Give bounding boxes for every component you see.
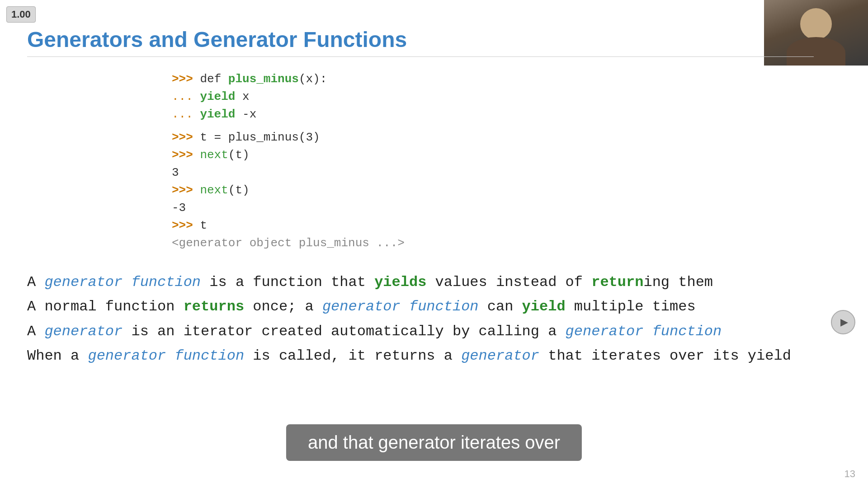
ellipsis-2: ... bbox=[172, 108, 193, 121]
code-line-8: -3 bbox=[172, 199, 841, 217]
code-line-6: 3 bbox=[172, 164, 841, 182]
exp4-suffix: that iterates over its yield bbox=[539, 347, 791, 364]
code-line-4: >>> t = plus_minus(3) bbox=[172, 129, 841, 146]
caption-bar: and that generator iterates over bbox=[286, 424, 582, 461]
prompt-1: >>> bbox=[172, 72, 193, 86]
slide-title: Generators and Generator Functions bbox=[27, 27, 841, 52]
code-line-2: ... yield x bbox=[172, 88, 841, 106]
exp3-prefix: A bbox=[27, 323, 44, 340]
exp1-mid1: is a function that bbox=[201, 274, 374, 291]
prompt-5: >>> bbox=[172, 148, 193, 162]
code-line-3: ... yield -x bbox=[172, 106, 841, 123]
exp3-gen-fn: generator function bbox=[566, 323, 722, 340]
exp2-gen-fn: generator function bbox=[322, 298, 479, 315]
code-line-5: >>> next(t) bbox=[172, 146, 841, 164]
exp4-gen: generator bbox=[461, 347, 539, 364]
t-var: t bbox=[193, 219, 207, 232]
exp3-mid1: is an iterator created automatically by … bbox=[123, 323, 565, 340]
t-assign: t = plus_minus(3) bbox=[193, 131, 320, 144]
exp2-yield: yield bbox=[522, 298, 566, 315]
exp4-prefix: When a bbox=[27, 347, 88, 364]
prompt-4: >>> bbox=[172, 131, 193, 144]
explanation-line-1: A generator function is a function that … bbox=[27, 270, 841, 295]
exp3-gen: generator bbox=[44, 323, 123, 340]
result-neg3: -3 bbox=[172, 201, 186, 215]
exp4-mid1: is called, it returns a bbox=[244, 347, 461, 364]
exp1-yields: yields bbox=[374, 274, 426, 291]
exp2-suffix: multiple times bbox=[566, 298, 696, 315]
generator-obj: <generator object plus_minus ...> bbox=[172, 236, 405, 250]
result-3: 3 bbox=[172, 166, 179, 179]
exp1-mid2: values instead of bbox=[426, 274, 591, 291]
next-2: next bbox=[193, 183, 228, 197]
exp1-gen-fn: generator function bbox=[44, 274, 201, 291]
next-2-args: (t) bbox=[228, 183, 250, 197]
fn-args: (x): bbox=[299, 72, 327, 86]
explanations: A generator function is a function that … bbox=[27, 270, 841, 369]
yield-negx: -x bbox=[235, 108, 256, 121]
yield-1: yield bbox=[193, 90, 236, 103]
title-divider bbox=[27, 56, 814, 57]
exp1-return: return bbox=[591, 274, 643, 291]
exp2-mid2: can bbox=[479, 298, 522, 315]
yield-x: x bbox=[235, 90, 249, 103]
next-1: next bbox=[193, 148, 228, 162]
fn-name: plus_minus bbox=[228, 72, 299, 86]
code-line-1: >>> def plus_minus(x): bbox=[172, 70, 841, 88]
exp2-prefix: A normal function bbox=[27, 298, 184, 315]
slide-content: Generators and Generator Functions >>> d… bbox=[0, 0, 868, 488]
code-line-10: <generator object plus_minus ...> bbox=[172, 235, 841, 252]
exp2-returns: returns bbox=[184, 298, 244, 315]
exp2-mid1: once; a bbox=[244, 298, 322, 315]
code-line-7: >>> next(t) bbox=[172, 182, 841, 199]
prompt-7: >>> bbox=[172, 183, 193, 197]
exp1-suffix: ing them bbox=[643, 274, 713, 291]
ellipsis-1: ... bbox=[172, 90, 193, 103]
exp4-gen-fn: generator function bbox=[88, 347, 244, 364]
code-block: >>> def plus_minus(x): ... yield x ... y… bbox=[172, 70, 841, 252]
kw-def: def bbox=[200, 72, 228, 86]
yield-2: yield bbox=[193, 108, 236, 121]
explanation-line-2: A normal function returns once; a genera… bbox=[27, 295, 841, 319]
explanation-line-3: A generator is an iterator created autom… bbox=[27, 319, 841, 344]
explanation-line-4: When a generator function is called, it … bbox=[27, 344, 841, 368]
next-1-args: (t) bbox=[228, 148, 250, 162]
exp1-prefix: A bbox=[27, 274, 44, 291]
prompt-9: >>> bbox=[172, 219, 193, 232]
code-line-9: >>> t bbox=[172, 217, 841, 235]
